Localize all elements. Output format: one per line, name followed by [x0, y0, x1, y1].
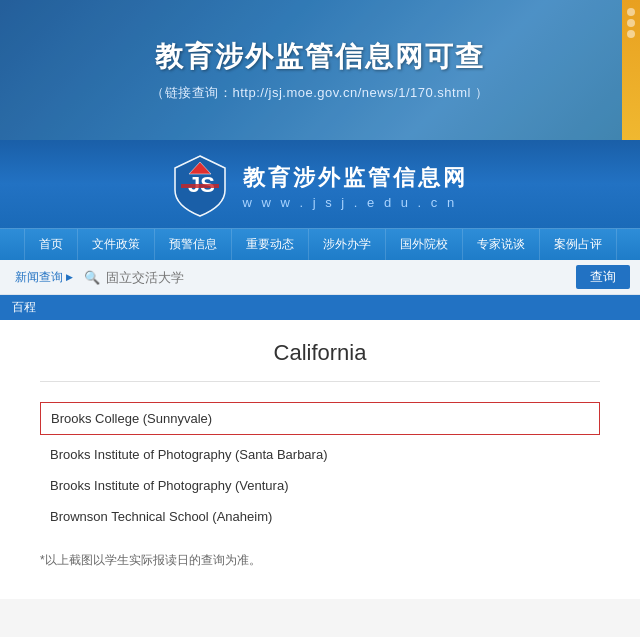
main-content: California Brooks College (Sunnyvale) Br…	[0, 320, 640, 599]
school-list: Brooks College (Sunnyvale) Brooks Instit…	[40, 402, 600, 532]
school-name-1: Brooks Institute of Photography (Santa B…	[50, 447, 328, 462]
nav-item-policy[interactable]: 文件政策	[78, 229, 155, 260]
nav-item-foreign-edu[interactable]: 涉外办学	[309, 229, 386, 260]
nav-item-home[interactable]: 首页	[24, 229, 78, 260]
region-title: California	[40, 340, 600, 382]
breadcrumb-bar: 百程	[0, 295, 640, 320]
school-name-2: Brooks Institute of Photography (Ventura…	[50, 478, 288, 493]
hero-section: 教育涉外监管信息网可查 （链接查询：http://jsj.moe.gov.cn/…	[0, 0, 640, 140]
nav-item-experts[interactable]: 专家说谈	[463, 229, 540, 260]
school-item-highlighted: Brooks College (Sunnyvale)	[40, 402, 600, 435]
search-input[interactable]	[106, 270, 570, 285]
breadcrumb-text: 百程	[12, 299, 36, 316]
footer-note: *以上截图以学生实际报读日的查询为准。	[40, 552, 600, 569]
search-button[interactable]: 查询	[576, 265, 630, 289]
site-banner: JS 教育涉外监管信息网 w w w . j s j . e d u . c n	[0, 140, 640, 228]
search-type-label: 新闻查询	[15, 269, 63, 286]
nav-item-foreign-schools[interactable]: 国外院校	[386, 229, 463, 260]
search-bar: 新闻查询 ▶ 🔍 查询	[0, 260, 640, 295]
nav-item-cases[interactable]: 案例占评	[540, 229, 617, 260]
school-name-0: Brooks College (Sunnyvale)	[51, 411, 212, 426]
search-icon: 🔍	[84, 270, 100, 285]
shield-logo-icon: JS	[173, 154, 227, 218]
hero-subtitle: （链接查询：http://jsj.moe.gov.cn/news/1/170.s…	[151, 84, 488, 102]
hero-title: 教育涉外监管信息网可查	[155, 38, 485, 76]
nav-item-dynamics[interactable]: 重要动态	[232, 229, 309, 260]
nav-bar: 首页 文件政策 预警信息 重要动态 涉外办学 国外院校 专家说谈 案例占评	[0, 228, 640, 260]
school-item-2: Brooks Institute of Photography (Ventura…	[40, 470, 600, 501]
right-decoration	[622, 0, 640, 140]
school-item-3: Brownson Technical School (Anaheim)	[40, 501, 600, 532]
site-info: 教育涉外监管信息网 w w w . j s j . e d u . c n	[243, 163, 468, 210]
school-item-1: Brooks Institute of Photography (Santa B…	[40, 439, 600, 470]
search-type-button[interactable]: 新闻查询 ▶	[10, 266, 78, 289]
site-url: w w w . j s j . e d u . c n	[243, 195, 458, 210]
chevron-right-icon: ▶	[66, 272, 73, 282]
nav-item-warning[interactable]: 预警信息	[155, 229, 232, 260]
site-name: 教育涉外监管信息网	[243, 163, 468, 193]
school-name-3: Brownson Technical School (Anaheim)	[50, 509, 272, 524]
